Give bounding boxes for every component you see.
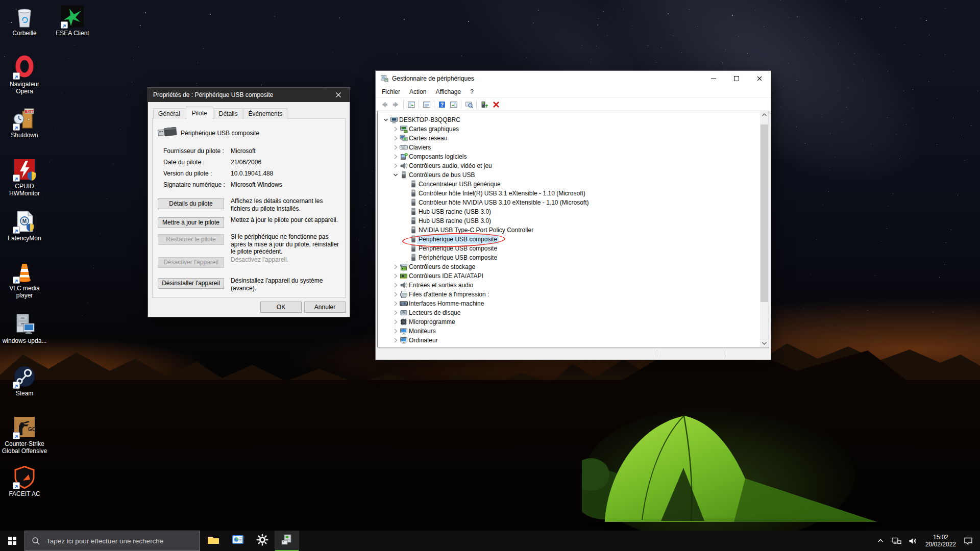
tree-item-label[interactable]: Moniteurs [407,327,437,336]
network-icon[interactable] [888,537,905,545]
uninstall-device-button[interactable]: Désinstaller l'appareil [158,278,224,289]
update-driver-button[interactable]: Mettre à jour le pilote [158,217,224,228]
scrollbar-up-icon[interactable] [760,111,769,119]
tree-item-label[interactable]: Cartes réseau [407,134,449,143]
tree-item[interactable]: Contrôleur hôte NVIDIA USB 3.10 eXtensib… [378,198,760,207]
tree-item[interactable]: Contrôleur hôte Intel(R) USB 3.1 eXtensi… [378,189,760,198]
tree-item[interactable]: Contrôleurs audio, vidéo et jeu [378,161,760,170]
desktop-icon-steam[interactable]: Steam [1,364,48,397]
tree-item[interactable]: Files d'attente à l'impression : [378,290,760,299]
tree-item-label[interactable]: Hub USB racine (USB 3.0) [417,207,493,216]
desktop-icon-latencymon[interactable]: MLatencyMon [1,209,48,242]
menu-aide[interactable]: ? [465,87,478,97]
desktop-icon-faceit[interactable]: FACEIT AC [1,465,48,497]
device-manager-titlebar[interactable]: Gestionnaire de périphériques [376,71,771,86]
tree-item[interactable]: NVIDIA USB Type-C Port Policy Controller [378,226,760,235]
start-button[interactable] [0,531,24,551]
tree-item-label[interactable]: Interfaces Homme-machine [407,299,485,308]
tree-item-label[interactable]: Hub USB racine (USB 3.0) [417,216,493,226]
expand-chevron-icon[interactable] [392,126,399,133]
update-driver-icon[interactable] [478,99,490,110]
show-console-tree-icon[interactable] [405,99,417,110]
scrollbar[interactable] [760,111,769,347]
tree-item[interactable]: Contrôleurs IDE ATA/ATAPI [378,271,760,281]
tree-item-label[interactable]: Contrôleurs IDE ATA/ATAPI [407,271,485,281]
show-action-pane-icon[interactable] [448,99,459,110]
tree-item-label[interactable]: Composants logiciels [407,152,468,161]
menu-action[interactable]: Action [405,87,431,97]
maximize-icon[interactable] [725,71,748,86]
tree-item-label[interactable]: Lecteurs de disque [407,308,462,317]
volume-icon[interactable] [905,537,921,545]
help-icon[interactable]: ? [436,99,448,110]
tree-item-label[interactable]: Ordinateur [407,336,439,345]
tree-item-label[interactable]: Microprogramme [407,317,457,327]
minimize-icon[interactable] [702,71,725,86]
tree-item-label[interactable]: Contrôleur hôte NVIDIA USB 3.10 eXtensib… [417,198,591,207]
tree-item-label[interactable]: Contrôleurs audio, vidéo et jeu [407,161,494,170]
tree-item[interactable]: Hub USB racine (USB 3.0) [378,207,760,216]
desktop-icon-hwmonitor[interactable]: CPUID HWMonitor [1,157,48,197]
tree-item[interactable]: Entrées et sorties audio [378,281,760,290]
search-input[interactable] [45,537,185,545]
tree-item[interactable]: Ordinateur [378,336,760,345]
tree-item-label[interactable]: Contrôleurs de bus USB [407,170,476,180]
scrollbar-thumb[interactable] [761,124,768,302]
tree-item-label[interactable]: Contrôleur hôte Intel(R) USB 3.1 eXtensi… [417,189,587,198]
tree-item[interactable]: Composants logiciels [378,152,760,161]
tree-item[interactable]: Périphérique USB composite [378,253,760,262]
expand-chevron-icon[interactable] [392,272,399,280]
cancel-button[interactable]: Annuler [304,302,346,313]
hidden-icons-chevron-icon[interactable] [873,537,888,545]
tree-item[interactable]: Cartes réseau [378,134,760,143]
tree-item-label[interactable]: DESKTOP-B3QQBRC [398,115,462,124]
expand-chevron-icon[interactable] [392,337,399,344]
taskbar-app-file-explorer[interactable] [201,531,226,551]
desktop-icon-opera[interactable]: Navigateur Opera [1,55,48,95]
desktop-icon-shutdown[interactable]: EXITShutdown [1,106,48,139]
tree-item[interactable]: Moniteurs [378,327,760,336]
uninstall-device-icon[interactable] [490,99,502,110]
tree-item[interactable]: Microprogramme [378,317,760,327]
tree-item[interactable]: Interfaces Homme-machine [378,299,760,308]
expand-chevron-icon[interactable] [392,263,399,270]
expand-chevron-icon[interactable] [392,162,399,169]
action-center-icon[interactable] [960,537,980,545]
menu-affichage[interactable]: Affichage [431,87,465,97]
expand-chevron-icon[interactable] [392,144,399,151]
desktop-icon-esea[interactable]: ESEA Client [49,4,96,37]
tree-item-label[interactable]: Entrées et sorties audio [407,281,475,290]
desktop-icon-vlc[interactable]: VLC media player [1,259,48,299]
tab-evenements[interactable]: Événements [243,108,287,119]
expand-chevron-icon[interactable] [392,300,399,307]
tree-item[interactable]: Claviers [378,143,760,152]
tree-item[interactable]: Concentrateur USB générique [378,180,760,189]
scan-hardware-changes-icon[interactable] [463,99,475,110]
expand-chevron-icon[interactable] [392,153,399,160]
desktop-icon-file-cabinet[interactable]: windows-upda... [1,312,48,344]
menu-fichier[interactable]: Fichier [377,87,405,97]
expand-chevron-icon[interactable] [392,282,399,289]
tree-item-label[interactable]: Périphérique USB composite [417,253,499,262]
tree-item-label[interactable]: Files d'attente à l'impression : [407,290,491,299]
tree-item-label[interactable]: Claviers [407,143,432,152]
taskbar-search[interactable] [24,531,200,551]
driver-details-button[interactable]: Détails du pilote [158,198,224,209]
desktop-icon-recycle-bin[interactable]: Corbeille [1,4,48,37]
tab-details[interactable]: Détails [214,108,243,119]
expand-chevron-icon[interactable] [392,328,399,335]
tree-item[interactable]: Lecteurs de disque [378,308,760,317]
collapse-chevron-icon[interactable] [392,171,399,179]
tree-item[interactable]: Contrôleurs de bus USB [378,170,760,180]
dialog-titlebar[interactable]: Propriétés de : Périphérique USB composi… [148,88,350,102]
desktop-icon-csgo[interactable]: GOCounter-Strike Global Offensive [1,415,48,455]
ok-button[interactable]: OK [260,302,302,313]
tree-item[interactable]: Hub USB racine (USB 3.0) [378,216,760,226]
taskbar-app-computer-management[interactable] [226,531,250,551]
expand-chevron-icon[interactable] [392,318,399,325]
taskbar-clock[interactable]: 15:0220/02/2022 [921,534,960,548]
tree-item-label[interactable]: Cartes graphiques [407,124,460,134]
tree-item[interactable]: Cartes graphiques [378,124,760,134]
taskbar-app-device-manager[interactable] [275,531,299,551]
tree-item-label[interactable]: Concentrateur USB générique [417,180,502,189]
